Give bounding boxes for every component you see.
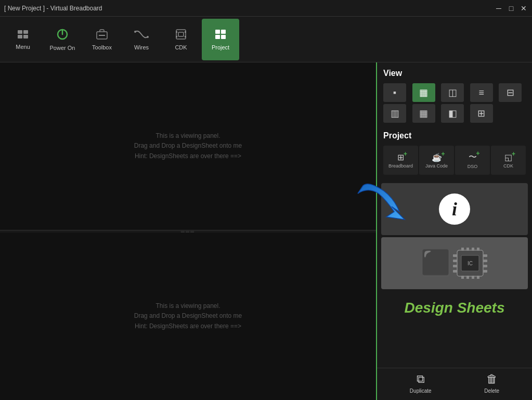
chip-sheet-card[interactable]: ⬛: [381, 237, 528, 289]
svg-rect-27: [483, 270, 487, 273]
svg-rect-1: [23, 30, 28, 34]
toolbar-item-toolbox[interactable]: Toolbox: [83, 19, 121, 60]
view-btn-9[interactable]: ⊞: [470, 104, 493, 123]
info-sheet-card[interactable]: i: [381, 183, 528, 235]
toolbar-icon-menu: [17, 29, 29, 42]
toolbar-item-cdk[interactable]: CDK: [162, 19, 200, 60]
view-section: View ▪ ▦ ◫ ≡ ⊟ ▥: [377, 62, 532, 127]
close-button[interactable]: ✕: [520, 4, 528, 12]
toolbar-item-wires[interactable]: Wires: [123, 19, 160, 60]
svg-rect-35: [477, 276, 479, 279]
java-code-button[interactable]: ☕+ Java Code: [419, 146, 454, 175]
bottom-panel[interactable]: This is a viewing panel. Drag and Drop a…: [0, 233, 376, 400]
project-title: Project: [383, 131, 526, 140]
svg-rect-20: [453, 254, 457, 257]
svg-rect-9: [176, 30, 186, 39]
view-btn-7[interactable]: ▦: [412, 104, 435, 123]
top-panel[interactable]: This is a viewing panel. Drag and Drop a…: [0, 62, 376, 230]
svg-rect-17: [215, 35, 220, 39]
toolbar-icon-wires: [134, 29, 149, 42]
delete-icon: 🗑: [486, 372, 498, 386]
toolbar-item-menu[interactable]: Menu: [4, 19, 42, 60]
toolbar-label-menu: Menu: [16, 44, 30, 50]
delete-button[interactable]: 🗑 Delete: [484, 372, 499, 394]
dso-icon: 〜+: [469, 152, 477, 163]
svg-rect-30: [472, 248, 474, 251]
view-grid-row2: ▥ ▦ ◧ ⊞: [383, 104, 526, 123]
bottom-panel-hint: This is a viewing panel. Drag and Drop a…: [134, 301, 242, 331]
chip-icon: ⬛: [421, 249, 452, 278]
cdk-icon: ◱+: [504, 152, 512, 162]
svg-rect-3: [23, 35, 28, 38]
svg-rect-18: [221, 35, 226, 39]
view-btn-7-icon: ▦: [419, 109, 428, 118]
svg-rect-23: [453, 270, 457, 273]
minimize-button[interactable]: ─: [495, 4, 503, 12]
svg-rect-12: [176, 36, 177, 37]
svg-rect-25: [483, 260, 487, 262]
view-btn-9-icon: ⊞: [477, 109, 485, 118]
view-title: View: [383, 69, 526, 78]
breadboard-icon: ⊞+: [397, 152, 404, 162]
toolbar-item-project[interactable]: Project: [202, 19, 239, 60]
svg-rect-31: [477, 248, 479, 251]
svg-rect-21: [453, 260, 457, 262]
svg-rect-0: [18, 30, 22, 34]
toolbar-item-power-on[interactable]: Power On: [44, 19, 81, 60]
toolbar-icon-toolbox: [96, 29, 108, 42]
svg-rect-29: [466, 248, 469, 251]
right-sidebar: View ▪ ▦ ◫ ≡ ⊟ ▥: [376, 62, 532, 400]
view-grid-row1: ▪ ▦ ◫ ≡ ⊟: [383, 83, 526, 102]
view-btn-2[interactable]: ▦: [412, 83, 435, 102]
cdk-plus: +: [512, 150, 515, 158]
svg-rect-26: [483, 265, 487, 267]
svg-rect-28: [461, 248, 464, 251]
view-btn-4[interactable]: ≡: [470, 83, 493, 102]
panels-area: This is a viewing panel. Drag and Drop a…: [0, 62, 376, 400]
duplicate-icon: ⧉: [417, 372, 425, 386]
svg-rect-13: [185, 31, 186, 33]
toolbar-label-project: Project: [212, 44, 229, 50]
dso-button[interactable]: 〜+ DSO: [455, 146, 490, 175]
view-btn-3-icon: ◫: [448, 88, 457, 97]
design-sheets-label: Design Sheets: [381, 291, 528, 320]
toolbar: MenuPower OnToolboxWiresCDKProject: [0, 17, 532, 62]
svg-point-8: [147, 36, 149, 38]
toolbar-label-cdk: CDK: [175, 44, 187, 50]
toolbar-icon-power-on: [56, 28, 69, 43]
design-sheets-area: i ⬛: [377, 181, 532, 368]
breadboard-button[interactable]: ⊞+ Breadboard: [383, 146, 418, 175]
svg-rect-16: [221, 30, 226, 34]
view-btn-6[interactable]: ▥: [383, 104, 406, 123]
svg-rect-15: [215, 30, 220, 34]
dso-label: DSO: [468, 164, 478, 169]
duplicate-label: Duplicate: [410, 388, 432, 394]
title-bar: [ New Project ] - Virtual Breadboard ─ □…: [0, 0, 532, 17]
svg-rect-6: [99, 35, 105, 36]
view-btn-1[interactable]: ▪: [383, 83, 406, 102]
java-code-plus: +: [441, 150, 445, 158]
maximize-button[interactable]: □: [507, 4, 515, 12]
view-btn-5[interactable]: ⊟: [499, 83, 522, 102]
duplicate-button[interactable]: ⧉ Duplicate: [410, 372, 432, 394]
svg-rect-11: [176, 31, 177, 33]
svg-rect-32: [461, 276, 464, 279]
view-btn-6-icon: ▥: [391, 109, 399, 118]
svg-rect-24: [483, 254, 487, 257]
svg-rect-33: [466, 276, 469, 279]
view-btn-1-icon: ▪: [393, 88, 396, 97]
svg-text:IC: IC: [468, 261, 473, 266]
toolbar-label-wires: Wires: [134, 44, 149, 50]
sidebar-bottom: ⧉ Duplicate 🗑 Delete: [377, 368, 532, 400]
svg-rect-34: [472, 276, 474, 279]
svg-rect-22: [453, 265, 457, 267]
java-code-icon: ☕+: [432, 152, 442, 162]
view-btn-8[interactable]: ◧: [441, 104, 464, 123]
cdk-button[interactable]: ◱+ CDK: [491, 146, 526, 175]
java-code-label: Java Code: [425, 163, 448, 169]
toolbar-icon-cdk: [175, 29, 187, 42]
toolbar-label-toolbox: Toolbox: [92, 44, 112, 50]
view-btn-3[interactable]: ◫: [441, 83, 464, 102]
svg-rect-14: [185, 36, 186, 37]
project-section: Project ⊞+ Breadboard ☕+ Java Code 〜+: [377, 127, 532, 181]
